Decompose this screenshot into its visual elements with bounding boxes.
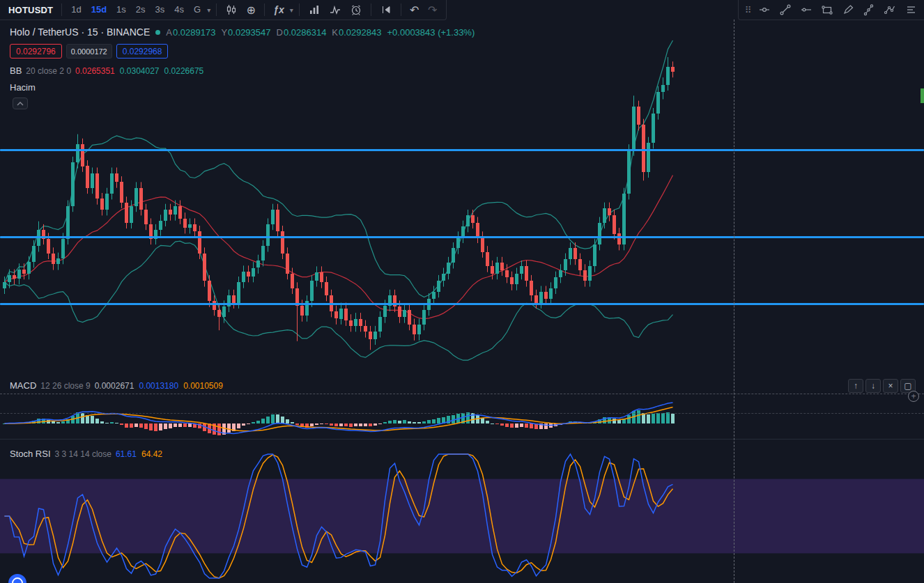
bb-value-1: 0.0304027	[120, 66, 160, 76]
stoch-pane-separator[interactable]	[0, 439, 924, 440]
horizontal-ray-tool-button[interactable]	[796, 1, 817, 18]
bb-indicator-values: 0.02653510.03040270.0226675	[75, 66, 203, 76]
candlestick-icon	[225, 3, 238, 16]
indicators-button[interactable]: ƒx	[269, 1, 288, 18]
move-pane-up-button[interactable]: ↑	[848, 379, 863, 393]
macd-value-1: 0.0013180	[139, 381, 178, 391]
horizontal-line-drawing-3[interactable]	[0, 303, 924, 305]
live-status-dot-icon	[155, 30, 160, 35]
ohlc-D: D0.0286314	[277, 27, 327, 38]
indicator-templates-button[interactable]	[304, 1, 325, 18]
chevron-up-icon	[17, 102, 24, 106]
macd-value-0: 0.0002671	[95, 381, 134, 391]
menu-lines-icon	[904, 3, 917, 16]
marker-tool-button[interactable]	[858, 1, 879, 18]
plus-icon: +	[911, 391, 916, 401]
ohlc-values: A0.0289173Y0.0293547D0.0286314K0.0292843	[166, 27, 381, 38]
stoch-indicator-params: 3 3 14 14 close	[55, 449, 111, 459]
timeframe-3s[interactable]: 3s	[151, 1, 170, 18]
brush-tool-button[interactable]	[838, 1, 858, 18]
toolbar-drag-handle[interactable]: ⠿	[741, 1, 754, 18]
toolbar-separator	[299, 3, 300, 16]
symbol-button[interactable]: HOTUSDT	[4, 1, 57, 18]
redo-button[interactable]: ↷	[424, 1, 442, 18]
symbol-title[interactable]: Holo / TetherUS · 15 · BINANCE	[10, 26, 150, 38]
macd-value-2: 0.0010509	[183, 381, 223, 391]
drag-dots-icon: ⠿	[745, 5, 751, 15]
timeframe-15d[interactable]: 15d	[86, 1, 111, 18]
forecast-button[interactable]	[325, 1, 346, 18]
timeframe-4s[interactable]: 4s	[169, 1, 189, 18]
macd-indicator-values: 0.00026710.00131800.0010509	[95, 381, 223, 391]
sell-price-button[interactable]: 0.0292796	[10, 44, 62, 59]
rectangle-tool-icon	[821, 3, 833, 16]
timeframe-G[interactable]: G	[189, 1, 206, 18]
volume-legend-row[interactable]: Hacim	[10, 82, 36, 93]
bb-value-2: 0.0226675	[164, 66, 204, 76]
undo-icon: ↶	[410, 3, 419, 17]
stoch-legend-row[interactable]: Stoch RSI 3 3 14 14 close 61.6164.42	[10, 449, 162, 459]
bb-indicator-params: 20 close 2 0	[26, 66, 71, 76]
rectangle-tool-button[interactable]	[817, 1, 838, 18]
volume-indicator-name: Hacim	[10, 82, 36, 93]
timeframe-group: 1d15d1s2s3s4sG	[66, 1, 206, 18]
replay-skip-back-icon	[380, 3, 392, 16]
macd-pane-separator[interactable]	[0, 394, 924, 394]
toolbar-separator	[371, 3, 371, 16]
toolbar-separator	[216, 3, 217, 16]
pane-control-buttons: ↑↓×▢	[848, 379, 916, 393]
timeframe-2s[interactable]: 2s	[131, 1, 151, 18]
ohlc-K: K0.0292843	[332, 27, 381, 38]
axis-plus-button[interactable]: +	[908, 391, 919, 402]
bar-columns-icon	[308, 3, 321, 16]
trend-line-tool-button[interactable]	[775, 1, 796, 18]
stoch-indicator-name: Stoch RSI	[10, 449, 51, 459]
timeframe-1d[interactable]: 1d	[66, 1, 86, 18]
timeframe-chevron-down-icon[interactable]: ▾	[206, 6, 212, 14]
last-price-axis-marker	[921, 88, 924, 103]
dashed-level-line	[0, 413, 924, 414]
alert-button[interactable]	[346, 1, 367, 18]
bb-indicator-name: BB	[10, 65, 22, 76]
stoch-rsi-pane-chart[interactable]	[0, 439, 924, 583]
bb-legend-row[interactable]: BB 20 close 2 0 0.02653510.03040270.0226…	[10, 65, 203, 76]
marker-tool-icon	[863, 3, 875, 16]
vertical-line-drawing[interactable]	[734, 20, 734, 583]
symbol-legend-row: Holo / TetherUS · 15 · BINANCE A0.028917…	[10, 26, 475, 38]
macd-pane-chart[interactable]	[0, 394, 924, 439]
chart-style-button[interactable]	[221, 1, 242, 18]
tradingview-chart-app: HOTUSDT 1d15d1s2s3s4sG ▾ ⊕ ƒx ▾	[0, 0, 924, 583]
timeframe-1s[interactable]: 1s	[111, 1, 131, 18]
move-pane-down-button[interactable]: ↓	[865, 379, 881, 393]
alarm-clock-icon	[350, 3, 362, 16]
close-pane-button[interactable]: ×	[883, 379, 898, 393]
macd-indicator-params: 12 26 close 9	[40, 381, 90, 391]
buy-price-button[interactable]: 0.0292968	[116, 44, 169, 59]
cross-line-tool-icon	[758, 3, 771, 16]
fx-indicators-icon: ƒx	[273, 4, 284, 15]
stoch-indicator-values: 61.6164.42	[116, 449, 162, 459]
stoch-value-1: 64.42	[141, 449, 162, 459]
zigzag-line-icon	[329, 3, 341, 16]
path-tool-button[interactable]	[879, 1, 900, 18]
toolbar-separator	[401, 3, 401, 16]
replay-button[interactable]	[376, 1, 396, 18]
compare-button[interactable]: ⊕	[242, 1, 260, 18]
macd-legend-row[interactable]: MACD 12 26 close 9 0.00026710.00131800.0…	[10, 380, 223, 391]
tools-menu-button[interactable]	[900, 1, 921, 18]
spread-value: 0.0000172	[66, 44, 112, 59]
indicators-chevron-down-icon[interactable]: ▾	[288, 6, 295, 14]
logo-crescent-icon	[10, 575, 26, 583]
horizontal-line-drawing-1[interactable]	[0, 149, 924, 151]
ohlc-A: A0.0289173	[166, 27, 215, 38]
undo-button[interactable]: ↶	[406, 1, 424, 18]
horizontal-line-drawing-2[interactable]	[0, 236, 924, 238]
toolbar-separator	[61, 3, 62, 16]
redo-icon: ↷	[428, 3, 437, 17]
cross-line-tool-button[interactable]	[754, 1, 775, 18]
trend-line-tool-icon	[779, 3, 792, 16]
legend-collapse-button[interactable]	[13, 98, 28, 109]
price-change: +0.0003843 (+1.33%)	[387, 27, 475, 38]
path-tool-icon	[884, 3, 896, 16]
horizontal-ray-tool-icon	[800, 3, 813, 16]
